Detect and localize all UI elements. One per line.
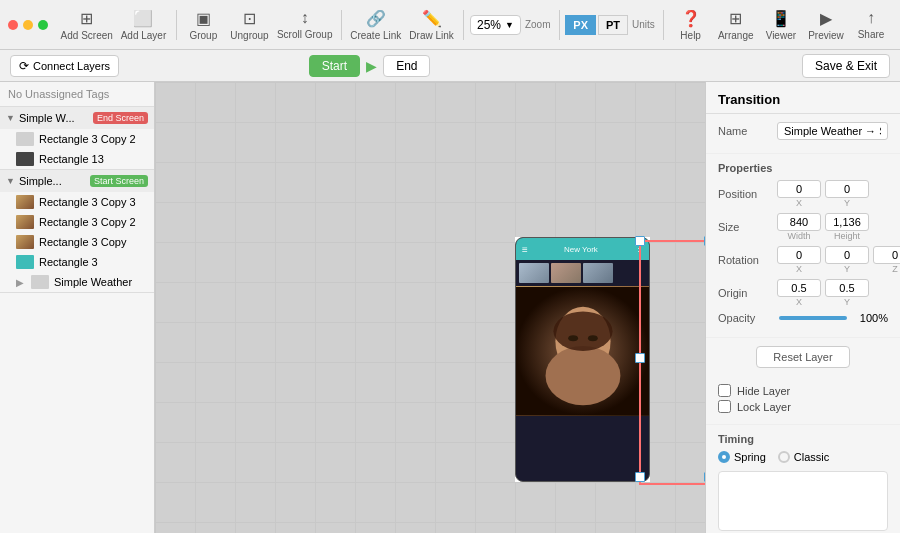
draw-link-label: Draw Link <box>409 30 453 41</box>
flow-controls: Start ▶ End <box>309 55 431 77</box>
phone-header: ≡ New York ⋮ <box>516 238 649 260</box>
classic-option[interactable]: Classic <box>778 451 829 463</box>
screen-header-1[interactable]: ▼ Simple W... End Screen <box>0 107 154 129</box>
zoom-control[interactable]: 25% ▼ <box>470 15 521 35</box>
svg-point-5 <box>588 335 598 341</box>
create-link-label: Create Link <box>350 30 401 41</box>
lock-layer-checkbox[interactable] <box>718 400 731 413</box>
size-label: Size <box>718 221 773 233</box>
add-layer-button[interactable]: ⬜ Add Layer <box>117 5 169 45</box>
layer-name: Simple Weather <box>54 276 132 288</box>
viewer-button[interactable]: 📱 Viewer <box>760 5 802 45</box>
share-button[interactable]: ↑ Share <box>850 5 892 44</box>
close-btn[interactable] <box>8 20 18 30</box>
timing-section: Timing Spring Classic <box>706 425 900 533</box>
play-icon[interactable]: ▶ <box>366 58 377 74</box>
spring-radio-dot <box>718 451 730 463</box>
add-screen-label: Add Screen <box>61 30 113 41</box>
spring-option[interactable]: Spring <box>718 451 766 463</box>
draw-link-button[interactable]: ✏️ Draw Link <box>406 5 457 45</box>
rot-z-pair: Z <box>873 246 900 274</box>
layer-name: Rectangle 3 Copy <box>39 236 126 248</box>
layer-name: Rectangle 3 Copy 2 <box>39 133 136 145</box>
layer-thumbnail <box>16 215 34 229</box>
screen-group-2: ▼ Simple... Start Screen Rectangle 3 Cop… <box>0 170 154 293</box>
pos-y-label: Y <box>825 198 869 208</box>
layer-item[interactable]: Rectangle 3 Copy 3 <box>0 192 154 212</box>
name-section: Name <box>706 114 900 154</box>
hamburger-icon: ≡ <box>522 244 528 255</box>
maximize-btn[interactable] <box>38 20 48 30</box>
create-link-button[interactable]: 🔗 Create Link <box>347 5 404 45</box>
layer-thumbnail <box>16 255 34 269</box>
size-height-input[interactable] <box>825 213 869 231</box>
opacity-row: Opacity 100% <box>718 312 888 324</box>
arrange-icon: ⊞ <box>729 9 742 28</box>
end-button[interactable]: End <box>383 55 430 77</box>
viewer-icon: 📱 <box>771 9 791 28</box>
preview-button[interactable]: ▶ Preview <box>804 5 848 45</box>
layer-item[interactable]: ▶ Simple Weather <box>0 272 154 292</box>
name-row: Name <box>718 122 888 140</box>
hide-layer-label: Hide Layer <box>737 385 790 397</box>
selection-handle-tl[interactable] <box>635 236 645 246</box>
rot-y-pair: Y <box>825 246 869 274</box>
selection-handle-bl[interactable] <box>635 472 645 482</box>
name-input[interactable] <box>777 122 888 140</box>
selection-handle-tm[interactable] <box>704 236 705 246</box>
main-area: No Unassigned Tags ▼ Simple W... End Scr… <box>0 82 900 533</box>
secondary-toolbar: ⟳ Connect Layers Start ▶ End Save & Exit <box>0 50 900 82</box>
rotation-x-input[interactable] <box>777 246 821 264</box>
save-exit-button[interactable]: Save & Exit <box>802 54 890 78</box>
hide-layer-checkbox[interactable] <box>718 384 731 397</box>
origin-x-input[interactable] <box>777 279 821 297</box>
svg-point-2 <box>546 346 621 405</box>
add-screen-button[interactable]: ⊞ Add Screen <box>58 5 115 45</box>
rot-x-label: X <box>777 264 821 274</box>
opacity-slider[interactable] <box>779 316 847 320</box>
layer-item[interactable]: Rectangle 13 <box>0 149 154 169</box>
sep5 <box>663 10 664 40</box>
layer-item[interactable]: Rectangle 3 Copy 2 <box>0 129 154 149</box>
lock-layer-label: Lock Layer <box>737 401 791 413</box>
rotation-z-input[interactable] <box>873 246 900 264</box>
connect-layers-icon: ⟳ <box>19 59 29 73</box>
rotation-y-input[interactable] <box>825 246 869 264</box>
layer-item[interactable]: Rectangle 3 Copy <box>0 232 154 252</box>
layer-item[interactable]: Rectangle 3 Copy 2 <box>0 212 154 232</box>
layer-expand-icon: ▶ <box>16 277 24 288</box>
origin-label: Origin <box>718 287 773 299</box>
selection-handle-ml[interactable] <box>635 353 645 363</box>
minimize-btn[interactable] <box>23 20 33 30</box>
connect-layers-button[interactable]: ⟳ Connect Layers <box>10 55 119 77</box>
zoom-chevron-icon: ▼ <box>505 20 514 30</box>
visibility-section: Hide Layer Lock Layer <box>706 376 900 425</box>
help-button[interactable]: ❓ Help <box>670 5 712 45</box>
screen-name-1: Simple W... <box>19 112 89 124</box>
size-width-input[interactable] <box>777 213 821 231</box>
group-button[interactable]: ▣ Group <box>182 5 224 45</box>
canvas-area[interactable]: ≡ New York ⋮ <box>155 82 705 533</box>
arrange-button[interactable]: ⊞ Arrange <box>714 5 758 45</box>
units-control: PX PT <box>565 15 628 35</box>
sep3 <box>463 10 464 40</box>
unit-pt-button[interactable]: PT <box>598 15 628 35</box>
svg-point-3 <box>553 312 612 351</box>
zoom-value: 25% <box>477 18 501 32</box>
layer-thumbnail <box>16 235 34 249</box>
start-button[interactable]: Start <box>309 55 360 77</box>
add-layer-label: Add Layer <box>121 30 167 41</box>
screen-header-2[interactable]: ▼ Simple... Start Screen <box>0 170 154 192</box>
position-y-input[interactable] <box>825 180 869 198</box>
reset-layer-button[interactable]: Reset Layer <box>756 346 849 368</box>
position-x-input[interactable] <box>777 180 821 198</box>
unit-px-button[interactable]: PX <box>565 15 596 35</box>
lock-layer-row: Lock Layer <box>718 400 888 413</box>
selection-handle-bm[interactable] <box>704 472 705 482</box>
origin-y-input[interactable] <box>825 279 869 297</box>
position-row: Position X Y <box>718 180 888 208</box>
scroll-group-button[interactable]: ↕ Scroll Group <box>275 5 335 44</box>
layer-item[interactable]: Rectangle 3 <box>0 252 154 272</box>
ungroup-button[interactable]: ⊡ Ungroup <box>226 5 272 45</box>
svg-point-4 <box>568 335 578 341</box>
